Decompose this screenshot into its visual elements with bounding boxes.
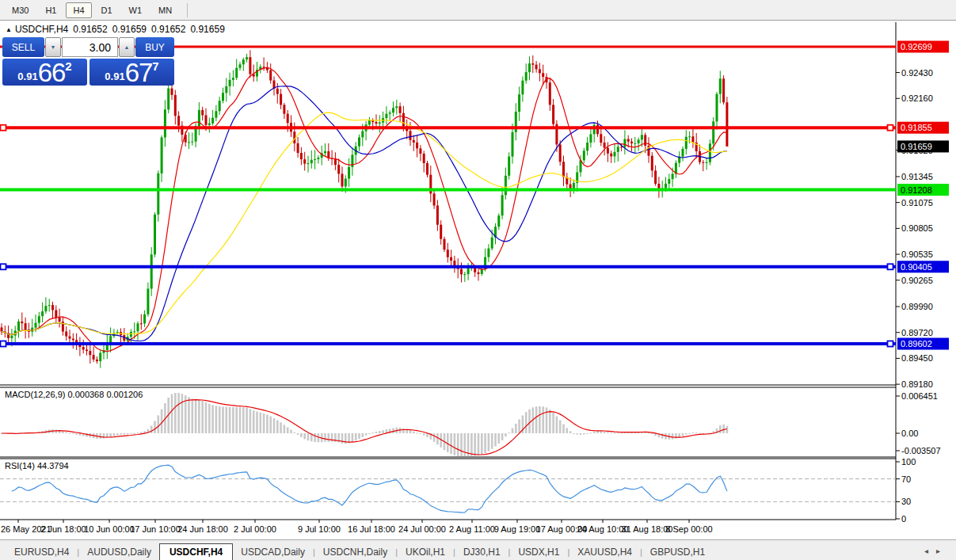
hline-handle[interactable]: [1, 264, 6, 269]
spinner-up-icon: ▲: [124, 44, 130, 50]
symbol-tab-bar: EURUSD,H4|AUDUSD,DailyUSDCHF,H4USDCAD,Da…: [0, 543, 956, 560]
toolbar-separator: [187, 3, 188, 17]
rsi-axis-label: 100: [901, 457, 916, 467]
ask-big-digits: 67: [125, 61, 153, 86]
price-line-label-text: 0.89602: [901, 339, 932, 349]
price-tick-label: 0.89450: [901, 353, 933, 363]
ask-pipette: 7: [152, 59, 158, 86]
macd-histogram: [1, 393, 728, 458]
price-tick-label: 0.89990: [901, 302, 933, 311]
tab-usdx-h1[interactable]: USDX,H1: [510, 543, 567, 560]
tab-usdcad-daily[interactable]: USDCAD,Daily: [233, 543, 313, 560]
sell-button[interactable]: SELL: [2, 37, 44, 57]
rsi-pane-label: RSI(14) 44.3794: [5, 461, 69, 470]
time-axis-label: 2 Jul 00:00: [234, 524, 276, 534]
tab-gbpusd-h1[interactable]: GBPUSD,H1: [642, 543, 713, 560]
timeframe-toolbar: M30H1H4D1W1MN: [0, 0, 956, 21]
volume-increase-button[interactable]: ▲: [119, 37, 135, 57]
panel-collapse-icon[interactable]: ▲: [6, 26, 12, 33]
macd-axis-label: 0.006451: [901, 391, 938, 401]
volume-input[interactable]: [62, 37, 118, 57]
time-axis-label: 9 Aug 19:00: [494, 524, 541, 534]
time-axis-label: 10 Jun 00:00: [84, 524, 135, 534]
ohlc-open: 0.91652: [73, 24, 107, 35]
macd-signal-line: [2, 400, 727, 455]
rsi-line: [12, 465, 727, 512]
hline-handle[interactable]: [888, 341, 893, 347]
rsi-axis-label: 0: [901, 514, 906, 524]
price-tick-label: 0.91075: [901, 198, 933, 208]
macd-axis-label: 0.00: [901, 429, 918, 438]
tab-audusd-daily[interactable]: AUDUSD,Daily: [79, 543, 159, 560]
time-axis-label: 17 Jun 10:00: [130, 524, 181, 534]
price-tick-label: 0.92430: [901, 68, 933, 78]
tab-scroll-left-icon[interactable]: ◂: [924, 547, 936, 555]
tab-usdcnh-daily[interactable]: USDCNH,Daily: [315, 543, 395, 560]
tab-eurusd-h4[interactable]: EURUSD,H4: [6, 543, 77, 560]
tab-dj30-h1[interactable]: DJ30,H1: [455, 543, 508, 560]
buy-button[interactable]: BUY: [135, 37, 174, 57]
symbol-label: USDCHF,H4: [15, 24, 68, 35]
timeframe-m30[interactable]: M30: [5, 2, 36, 18]
rsi-axis-label: 30: [901, 497, 911, 506]
tab-usdchf-h4[interactable]: USDCHF,H4: [159, 543, 233, 560]
rsi-axis-label: 70: [901, 474, 911, 484]
ohlc-low: 0.91652: [151, 24, 185, 35]
time-axis-label: 2 Aug 11:00: [449, 524, 495, 534]
tab-scroll-arrows: ◂▸: [924, 547, 948, 555]
hline-handle[interactable]: [1, 341, 6, 347]
time-axis-label: 24 Jul 00:00: [398, 524, 446, 534]
volume-decrease-button[interactable]: ▼: [45, 37, 61, 57]
price-line-label-text: 0.91855: [901, 123, 932, 132]
price-tick-label: 0.89180: [901, 379, 933, 389]
ohlc-close: 0.91659: [190, 24, 224, 35]
price-tick-label: 0.90265: [901, 276, 933, 285]
price-tick-label: 0.91345: [901, 172, 933, 181]
macd-pane-label: MACD(12,26,9) 0.000368 0.001206: [5, 390, 143, 399]
ask-quote-button[interactable]: 0.91 67 7: [90, 59, 174, 86]
timeframe-w1[interactable]: W1: [122, 2, 150, 18]
tab-ukoil-h1[interactable]: UKOil,H1: [398, 543, 453, 560]
price-tick-label: 0.92160: [901, 93, 933, 103]
candles: [1, 50, 729, 368]
time-axis-label: 16 Jul 18:00: [348, 524, 395, 534]
timeframe-d1[interactable]: D1: [94, 2, 120, 18]
time-axis-label: 24 Jun 18:00: [177, 524, 228, 534]
bid-quote-button[interactable]: 0.91 66 2: [2, 59, 87, 86]
tab-xauusd-h4[interactable]: XAUUSD,H4: [569, 543, 640, 560]
spinner-down-icon: ▼: [51, 44, 56, 50]
price-line-label-text: 0.90405: [901, 262, 932, 272]
hline-handle[interactable]: [1, 125, 6, 131]
timeframe-mn[interactable]: MN: [151, 2, 179, 18]
price-tick-label: 0.89720: [901, 328, 933, 337]
macd-axis-label: -0.003507: [901, 446, 941, 455]
bid-pipette: 2: [65, 59, 71, 86]
ask-prefix: 0.91: [105, 70, 124, 86]
hline-handle[interactable]: [888, 264, 893, 269]
price-line-label-text: 0.92699: [901, 42, 932, 51]
time-axis-label: 8 Sep 00:00: [665, 524, 712, 534]
timeframe-h4[interactable]: H4: [66, 2, 91, 18]
time-axis-label: 2 Jun 18:00: [40, 524, 86, 534]
bid-prefix: 0.91: [17, 70, 37, 86]
price-tick-label: 0.90805: [901, 223, 933, 233]
price-line-label-text: 0.91208: [901, 185, 932, 195]
price-tick-label: 0.90535: [901, 250, 933, 259]
hline-handle[interactable]: [888, 125, 893, 131]
ma-mid-line: [2, 86, 727, 341]
one-click-trade-panel: SELL ▼ ▲ BUY 0.91 66 2 0.91 67 7: [2, 37, 174, 86]
ma-fast-line: [2, 67, 727, 352]
time-axis-label: 9 Jul 10:00: [298, 524, 341, 534]
timeframe-h1[interactable]: H1: [38, 2, 63, 18]
tab-scroll-right-icon[interactable]: ▸: [936, 547, 948, 555]
price-line-label-text: 0.91659: [901, 142, 932, 151]
ohlc-high: 0.91659: [112, 24, 147, 35]
bid-big-digits: 66: [38, 61, 66, 86]
chart-header: ▲USDCHF,H40.916520.916590.916520.91659: [6, 24, 230, 35]
